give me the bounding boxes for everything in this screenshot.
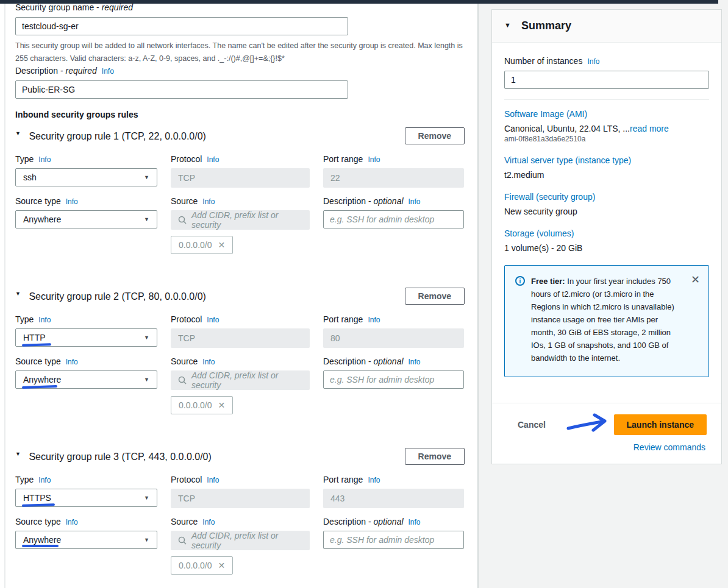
- close-icon[interactable]: ✕: [218, 240, 226, 250]
- rule-2-source-type-label: Source type: [15, 356, 61, 366]
- summary-section-storage: Storage (volumes) 1 volume(s) - 20 GiB: [504, 228, 709, 253]
- rule-2-description-info-link[interactable]: Info: [409, 358, 421, 366]
- rule-2-port-field: 80: [323, 328, 464, 348]
- close-icon[interactable]: ✕: [218, 561, 226, 570]
- rule-3-protocol-info-link[interactable]: Info: [207, 476, 219, 484]
- rule-2-description-input[interactable]: [323, 370, 464, 389]
- rule-2-source-label: Source: [171, 356, 198, 366]
- cancel-button[interactable]: Cancel: [518, 420, 546, 430]
- storage-value: 1 volume(s) - 20 GiB: [504, 243, 709, 253]
- chevron-down-icon: ▼: [144, 174, 149, 180]
- rule-1-description-input[interactable]: [323, 210, 464, 228]
- rule-3-port-info-link[interactable]: Info: [368, 476, 380, 484]
- collapse-triangle-icon[interactable]: ▼: [15, 291, 21, 297]
- collapse-triangle-icon[interactable]: ▼: [15, 451, 21, 457]
- rule-3-description-info-link[interactable]: Info: [409, 518, 421, 526]
- rule-2-source-info-link[interactable]: Info: [202, 358, 215, 366]
- number-of-instances-info-link[interactable]: Info: [587, 57, 599, 66]
- security-group-name-label: Security group name - required: [15, 2, 465, 12]
- rule-1-header: ▼ Security group rule 1 (TCP, 22, 0.0.0.…: [15, 126, 465, 146]
- chevron-down-icon: ▼: [144, 377, 149, 383]
- rule-3-description-label: Description - optional: [323, 517, 404, 526]
- rule-1-remove-button[interactable]: Remove: [405, 127, 465, 144]
- rule-3-source-type-info-link[interactable]: Info: [66, 518, 78, 526]
- rule-2-type-label: Type: [15, 314, 34, 324]
- rule-1-source-info-link[interactable]: Info: [202, 197, 215, 206]
- number-of-instances-input[interactable]: [504, 71, 709, 89]
- security-group-name-input[interactable]: [15, 17, 348, 35]
- rule-2-row-1: Type Info HTTP ▼ Protocol Info TCP Port: [15, 314, 465, 348]
- rule-1-title: ▼ Security group rule 1 (TCP, 22, 0.0.0.…: [15, 130, 206, 142]
- rule-3-cidr-chip-row: 0.0.0.0/0 ✕: [171, 556, 465, 575]
- rule-3-remove-button[interactable]: Remove: [405, 448, 465, 465]
- free-tier-title: Free tier:: [531, 277, 565, 286]
- security-group-name-group: Security group name - required This secu…: [15, 2, 465, 66]
- rule-3-protocol-field: TCP: [171, 489, 310, 508]
- rule-1-row-2: Source type Info Anywhere ▼ Source Info: [15, 196, 465, 230]
- storage-volumes-link[interactable]: Storage (volumes): [504, 228, 709, 238]
- close-icon[interactable]: ✕: [218, 400, 226, 410]
- description-info-link[interactable]: Info: [102, 67, 114, 76]
- rule-1-type-select[interactable]: ssh ▼: [15, 168, 157, 186]
- ami-id: ami-0f8e81a3da6e2510a: [504, 135, 709, 143]
- rule-3-description-input[interactable]: [323, 531, 464, 549]
- rule-2-type-info-link[interactable]: Info: [38, 316, 51, 324]
- left-edge-divider: [4, 0, 5, 588]
- search-icon: [178, 376, 187, 384]
- rule-2-cidr-chip: 0.0.0.0/0 ✕: [171, 396, 233, 414]
- annotation-underline: [22, 503, 55, 507]
- rule-3-type-info-link[interactable]: Info: [38, 476, 51, 484]
- security-group-rule-2: ▼ Security group rule 2 (TCP, 80, 0.0.0.…: [15, 286, 465, 414]
- virtual-server-type-link[interactable]: Virtual server type (instance type): [504, 155, 709, 165]
- number-of-instances-label: Number of instances Info: [504, 56, 709, 66]
- review-commands-link[interactable]: Review commands: [633, 442, 705, 452]
- rule-2-protocol-field: TCP: [171, 328, 310, 348]
- rule-2-port-label: Port range: [323, 314, 363, 324]
- rule-2-type-select[interactable]: HTTP ▼: [15, 328, 157, 347]
- software-image-link[interactable]: Software Image (AMI): [504, 109, 709, 119]
- collapse-triangle-icon[interactable]: ▼: [15, 130, 21, 136]
- rule-2-cidr-chip-row: 0.0.0.0/0 ✕: [171, 396, 465, 414]
- rule-2-remove-button[interactable]: Remove: [405, 288, 465, 305]
- rule-3-protocol-label: Protocol: [171, 475, 202, 484]
- rule-1-source-input[interactable]: Add CIDR, prefix list or security: [171, 210, 310, 230]
- rule-3-source-label: Source: [171, 517, 198, 526]
- rule-2-port-info-link[interactable]: Info: [368, 316, 380, 324]
- rule-1-source-label: Source: [171, 196, 198, 206]
- rule-1-source-type-select[interactable]: Anywhere ▼: [15, 210, 157, 228]
- close-icon[interactable]: ✕: [691, 273, 700, 286]
- search-icon: [178, 536, 187, 545]
- rule-1-protocol-info-link[interactable]: Info: [207, 155, 219, 164]
- collapse-triangle-icon[interactable]: ▼: [504, 21, 511, 29]
- summary-header[interactable]: ▼ Summary: [492, 10, 721, 43]
- rule-2-protocol-label: Protocol: [171, 314, 202, 324]
- top-navigation-bar-edge: [0, 0, 718, 4]
- rule-1-cidr-chip: 0.0.0.0/0 ✕: [171, 236, 233, 254]
- rule-2-source-input[interactable]: Add CIDR, prefix list or security: [171, 370, 310, 390]
- rule-2-source-type-select[interactable]: Anywhere ▼: [15, 370, 157, 389]
- rule-2-protocol-info-link[interactable]: Info: [207, 316, 219, 324]
- rule-1-type-label: Type: [15, 154, 34, 164]
- security-group-form-panel: Security group name - required This secu…: [0, 0, 479, 588]
- rule-2-title: ▼ Security group rule 2 (TCP, 80, 0.0.0.…: [15, 291, 206, 302]
- rule-3-type-select[interactable]: HTTPS ▼: [15, 489, 157, 507]
- rule-3-source-input[interactable]: Add CIDR, prefix list or security: [171, 531, 310, 550]
- rule-2-description-label: Description - optional: [323, 356, 404, 366]
- rule-3-source-info-link[interactable]: Info: [202, 518, 215, 526]
- rule-3-source-type-label: Source type: [15, 517, 61, 526]
- read-more-link[interactable]: read more: [630, 124, 669, 133]
- rule-3-port-field: 443: [323, 489, 464, 508]
- rule-3-row-1: Type Info HTTPS ▼ Protocol Info TCP Por: [15, 475, 465, 508]
- rule-2-source-type-info-link[interactable]: Info: [66, 358, 78, 366]
- launch-instance-button[interactable]: Launch instance: [614, 414, 707, 435]
- description-input[interactable]: [15, 80, 348, 99]
- rule-3-cidr-chip: 0.0.0.0/0 ✕: [171, 556, 233, 575]
- security-group-rule-3: ▼ Security group rule 3 (TCP, 443, 0.0.0…: [15, 447, 465, 575]
- rule-3-source-type-select[interactable]: Anywhere ▼: [15, 531, 157, 549]
- rule-1-source-type-info-link[interactable]: Info: [66, 197, 78, 206]
- rule-1-type-info-link[interactable]: Info: [38, 155, 51, 164]
- rule-1-description-info-link[interactable]: Info: [409, 197, 421, 206]
- summary-section-ami: Software Image (AMI) Canonical, Ubuntu, …: [504, 109, 709, 143]
- rule-1-port-info-link[interactable]: Info: [368, 155, 380, 164]
- firewall-link[interactable]: Firewall (security group): [504, 192, 709, 202]
